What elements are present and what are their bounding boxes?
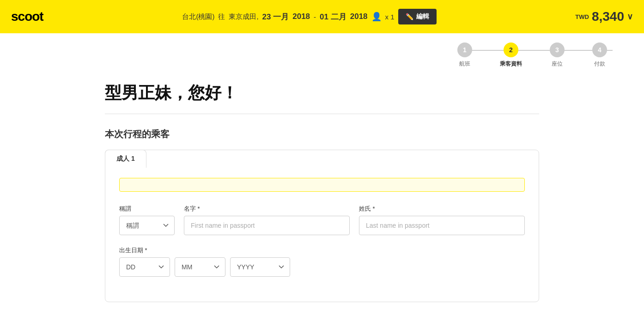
dd-select[interactable]: DD xyxy=(119,257,170,277)
divider xyxy=(105,114,539,114)
title-group: 稱謂 稱謂 先生 女士 xyxy=(119,205,175,235)
route-from: 台北(桃園) xyxy=(182,12,214,21)
step-circle-2: 2 xyxy=(504,43,518,57)
header-route: 台北(桃園) 往 東京成田, 23 一月 2018 - 01 二月 2018 👤… xyxy=(182,9,436,24)
dob-group: 出生日期 * DD MM xyxy=(119,246,281,277)
step-label-2: 乘客資料 xyxy=(500,60,522,68)
passenger-count: x 1 xyxy=(385,13,395,21)
logo: scoot xyxy=(11,9,43,24)
currency: TWD xyxy=(575,13,589,20)
step-3: 3 座位 xyxy=(550,43,565,68)
main-content: 型男正妹，您好！ 本次行程的乘客 成人 1 稱謂 稱謂 先生 女士 xyxy=(68,73,576,311)
step-4: 4 付款 xyxy=(592,43,607,68)
progress-bar: 1 航班 2 乘客資料 3 座位 4 付款 xyxy=(0,33,644,73)
dob-label: 出生日期 * xyxy=(119,246,281,255)
price-value: 8,340 xyxy=(592,9,624,24)
card-body: 稱謂 稱謂 先生 女士 名字 * 姓氏 * xyxy=(105,150,539,302)
first-name-input[interactable] xyxy=(184,216,350,235)
alert-box xyxy=(119,178,525,192)
form-name-row: 稱謂 稱謂 先生 女士 名字 * 姓氏 * xyxy=(119,205,525,235)
first-name-label: 名字 * xyxy=(184,205,350,213)
step-label-4: 付款 xyxy=(594,60,605,68)
last-name-label: 姓氏 * xyxy=(359,205,525,213)
passenger-icon: 👤 xyxy=(371,12,382,22)
dob-inputs: DD MM YYYY xyxy=(119,257,281,277)
chevron-down-icon[interactable]: ∨ xyxy=(627,12,633,22)
step-label-3: 座位 xyxy=(552,60,563,68)
date-year-start: 2018 xyxy=(292,12,310,21)
route-to: 東京成田, xyxy=(229,12,258,21)
yyyy-group: YYYY xyxy=(230,257,281,277)
edit-label: 編輯 xyxy=(416,12,429,21)
step-label-1: 航班 xyxy=(459,60,470,68)
step-circle-4: 4 xyxy=(592,43,607,57)
steps-container: 1 航班 2 乘客資料 3 座位 4 付款 xyxy=(457,43,607,68)
route-arrow: 往 xyxy=(218,12,225,21)
yyyy-select[interactable]: YYYY xyxy=(230,257,290,277)
date-end: 01 二月 xyxy=(320,12,346,22)
mm-group: MM xyxy=(175,257,225,277)
date-start: 23 一月 xyxy=(262,12,289,22)
step-2: 2 乘客資料 xyxy=(500,43,522,68)
step-circle-3: 3 xyxy=(550,43,565,57)
dd-group: DD xyxy=(119,257,170,277)
header: scoot 台北(桃園) 往 東京成田, 23 一月 2018 - 01 二月 … xyxy=(0,0,644,33)
header-price: TWD 8,340 ∨ xyxy=(575,9,633,24)
edit-button[interactable]: ✏️ 編輯 xyxy=(398,9,437,24)
form-dob-row: 出生日期 * DD MM xyxy=(119,246,525,277)
title-select[interactable]: 稱謂 先生 女士 xyxy=(119,216,175,235)
last-name-input[interactable] xyxy=(359,216,525,235)
date-year-end: 2018 xyxy=(350,12,368,21)
step-circle-1: 1 xyxy=(457,43,472,57)
mm-select[interactable]: MM xyxy=(175,257,225,277)
page-title: 型男正妹，您好！ xyxy=(105,82,539,104)
section-title: 本次行程的乘客 xyxy=(105,128,539,140)
first-name-group: 名字 * xyxy=(184,205,350,235)
date-dash: - xyxy=(314,13,316,21)
passenger-card: 成人 1 稱謂 稱謂 先生 女士 名字 * xyxy=(105,150,539,302)
pencil-icon: ✏️ xyxy=(406,13,413,20)
title-label: 稱謂 xyxy=(119,205,175,213)
last-name-group: 姓氏 * xyxy=(359,205,525,235)
card-tab: 成人 1 xyxy=(105,150,146,168)
step-1: 1 航班 xyxy=(457,43,472,68)
